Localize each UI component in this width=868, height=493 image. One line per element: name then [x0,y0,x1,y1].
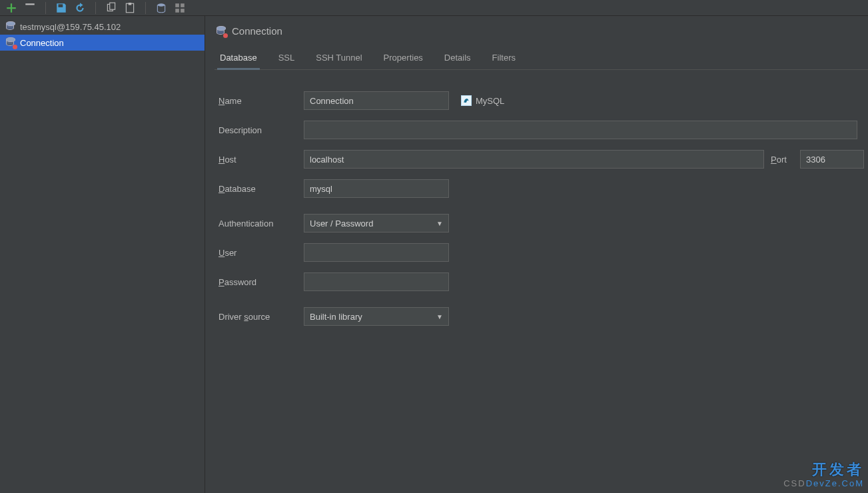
row-authentication: Authentication User / Password ▼ [218,214,864,233]
sidebar: testmysql@159.75.45.102 Connection [0,16,205,493]
chevron-down-icon: ▼ [436,313,443,320]
sidebar-item-label: testmysql@159.75.45.102 [20,22,121,32]
watermark-line1: 开发者 [783,461,864,478]
grid-icon[interactable] [174,2,186,14]
label-authentication: Authentication [218,219,304,229]
database-icon [216,26,226,37]
label-user: User [218,248,304,258]
svg-rect-4 [129,3,132,5]
save-icon[interactable] [55,2,67,14]
main-area: testmysql@159.75.45.102 Connection Conne… [0,16,868,493]
mysql-icon [461,95,472,106]
sidebar-item-connection[interactable]: Connection [0,35,205,51]
label-database: Database [218,184,304,194]
user-input[interactable] [304,243,449,262]
tab-database[interactable]: Database [218,49,258,69]
svg-rect-2 [110,3,115,9]
dbtype-indicator: MySQL [461,95,504,106]
row-driver-source: Driver source Built-in library ▼ [218,307,864,326]
database-stack-icon[interactable] [155,2,167,14]
copy-icon[interactable] [105,2,117,14]
label-driver-source: Driver source [218,312,304,322]
name-input[interactable] [304,91,449,110]
dbtype-name: MySQL [476,96,504,106]
chevron-down-icon: ▼ [436,220,443,227]
row-database: Database [218,179,864,198]
svg-rect-6 [175,3,179,7]
database-input[interactable] [304,179,449,198]
content-panel: Connection Database SSL SSH Tunnel Prope… [205,16,868,493]
authentication-value: User / Password [310,219,373,229]
label-port: Port [771,155,800,165]
row-user: User [218,243,864,262]
row-name: Name MySQL [218,91,864,110]
toolbar-separator [145,2,146,14]
tab-filters[interactable]: Filters [491,49,517,69]
action-icon[interactable] [24,2,36,14]
host-input[interactable] [304,150,764,169]
page-title: Connection [232,25,282,37]
svg-rect-7 [181,3,185,7]
database-icon [5,21,16,32]
toolbar-separator [45,2,46,14]
watermark: 开发者 CSDDevZe.CoM [783,461,864,489]
row-description: Description [218,121,864,139]
svg-rect-8 [175,9,179,13]
row-host: Host Port [218,150,864,169]
label-password: Password [218,277,304,287]
watermark-line2: CSDDevZe.CoM [783,478,864,489]
tab-properties[interactable]: Properties [382,49,424,69]
svg-point-5 [157,3,165,7]
new-icon[interactable] [5,2,17,14]
description-input[interactable] [304,121,857,139]
authentication-select[interactable]: User / Password ▼ [304,214,449,233]
tab-ssl[interactable]: SSL [277,49,296,69]
port-input[interactable] [800,150,864,169]
driver-source-value: Built-in library [310,312,362,322]
toolbar-separator [95,2,96,14]
sidebar-item-connection-host[interactable]: testmysql@159.75.45.102 [0,19,205,35]
password-input[interactable] [304,272,449,291]
svg-rect-9 [181,9,185,13]
tab-ssh-tunnel[interactable]: SSH Tunnel [314,49,363,69]
paste-icon[interactable] [124,2,136,14]
database-icon [5,37,16,48]
refresh-icon[interactable] [74,2,86,14]
label-host: Host [218,155,304,165]
tabs: Database SSL SSH Tunnel Properties Detai… [215,49,868,70]
driver-source-select[interactable]: Built-in library ▼ [304,307,449,326]
row-password: Password [218,272,864,291]
top-toolbar [0,0,868,16]
svg-rect-0 [59,4,63,7]
label-description: Description [218,125,304,135]
panel-header: Connection [215,25,868,37]
sidebar-item-label: Connection [20,38,64,48]
form: Name MySQL Description Host Port [215,70,868,326]
label-name: Name [218,96,304,106]
tab-details[interactable]: Details [443,49,472,69]
